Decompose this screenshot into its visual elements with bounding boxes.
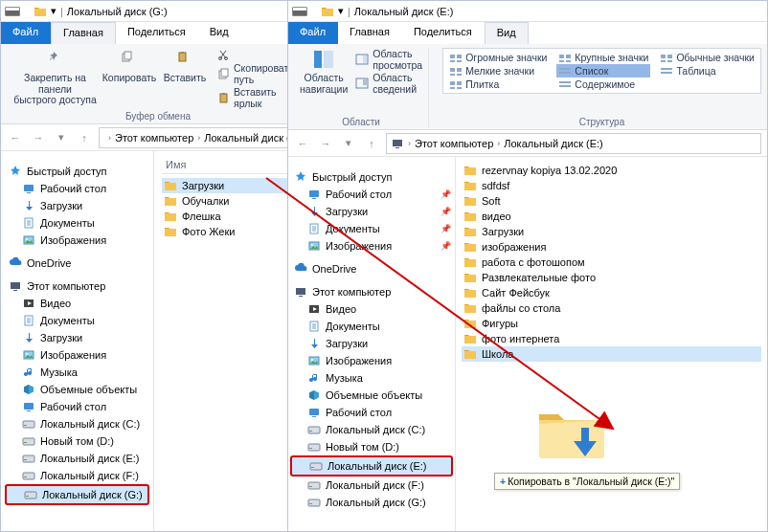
file-item[interactable]: Загрузки [462,224,761,239]
breadcrumb-item[interactable]: Этот компьютер [115,132,193,144]
file-item[interactable]: Фото Жеки [162,224,307,239]
drag-drop-target[interactable] [523,401,605,451]
tree-drive-e[interactable]: Локальный диск (E:) [290,455,453,477]
tree-desktop[interactable]: Рабочий стол📌 [290,186,453,203]
tree-drive-d[interactable]: Новый том (D:) [5,432,149,450]
file-name-label: Обучалки [182,195,229,207]
file-item[interactable]: видео [462,209,761,224]
view-small-icons[interactable]: Мелкие значки [447,64,549,78]
titlebar[interactable]: ▾ | Локальный диск (G:) [1,1,315,22]
copy-button[interactable]: Копировать [105,48,153,84]
tree-desktop[interactable]: Рабочий стол [5,180,149,197]
tree-onedrive[interactable]: OneDrive [5,255,149,272]
tree-drive-f[interactable]: Локальный диск (F:) [5,467,149,484]
tab-view[interactable]: Вид [198,22,241,44]
tree-pictures2[interactable]: Изображения [290,352,453,369]
file-item[interactable]: Загрузки [162,178,307,193]
tree-documents2[interactable]: Документы [290,318,453,335]
qat-separator: ▾ [338,5,344,17]
nav-history-button[interactable]: ▾ [340,135,357,152]
tab-view[interactable]: Вид [485,22,529,44]
tree-video[interactable]: Видео [290,300,453,318]
tree-downloads2[interactable]: Загрузки [5,329,149,346]
tree-drive-c[interactable]: Локальный диск (C:) [290,421,453,438]
tree-pictures2[interactable]: Изображения [5,346,149,364]
file-item[interactable]: Школа [462,346,761,362]
tab-home[interactable]: Главная [338,22,402,44]
file-item[interactable]: Фигуры [462,316,761,331]
tree-drive-d[interactable]: Новый том (D:) [290,438,453,455]
file-item[interactable]: фото интернета [462,331,761,346]
tree-drive-f[interactable]: Локальный диск (F:) [290,477,453,494]
tree-documents2[interactable]: Документы [5,312,149,329]
file-name-label: Сайт Фейсбук [482,287,550,299]
details-pane-button[interactable]: Область сведений [355,72,422,95]
tab-share[interactable]: Поделиться [402,22,485,44]
tree-desktop2[interactable]: Рабочий стол [5,398,149,415]
tree-music[interactable]: Музыка [5,364,149,381]
tree-3d-objects[interactable]: Объемные объекты [290,387,453,404]
tree-quick-access[interactable]: Быстрый доступ [5,163,149,180]
column-name-header[interactable]: Имя [162,157,307,174]
file-item[interactable]: изображения [462,239,761,255]
breadcrumb-item[interactable]: Этот компьютер [415,138,493,149]
tree-this-pc[interactable]: Этот компьютер [5,277,149,295]
breadcrumb-item[interactable]: Локальный диск (E:) [504,138,603,149]
file-item[interactable]: Сайт Фейсбук [462,285,761,300]
tree-documents[interactable]: Документы📌 [290,220,453,237]
view-huge-icons[interactable]: Огромные значки [447,51,549,64]
nav-forward-button[interactable]: → [30,129,47,146]
paste-button[interactable]: Вставить [161,48,209,84]
file-item[interactable]: Флешка [162,209,307,224]
file-item[interactable]: Развлекательные фото [462,270,761,285]
tree-drive-c[interactable]: Локальный диск (C:) [5,415,149,432]
nav-forward-button[interactable]: → [317,135,334,152]
tree-pictures[interactable]: Изображения [5,232,149,249]
nav-back-button[interactable]: ← [7,129,24,146]
tree-drive-e[interactable]: Локальный диск (E:) [5,450,149,467]
tab-home[interactable]: Главная [51,22,116,44]
nav-pane-button[interactable]: Область навигации [300,48,348,95]
breadcrumb[interactable]: › Этот компьютер › Локальный диск (G:) [99,127,309,148]
tree-quick-access[interactable]: Быстрый доступ [290,168,453,186]
nav-up-button[interactable]: ↑ [363,135,380,152]
view-large-icons[interactable]: Крупные значки [556,51,650,64]
pin-to-quick-access-button[interactable]: Закрепить на панели быстрого доступа [12,48,98,106]
view-regular-icons[interactable]: Обычные значки [658,51,756,64]
tree-3d-objects[interactable]: Объемные объекты [5,381,149,398]
breadcrumb[interactable]: › Этот компьютер › Локальный диск (E:) [386,133,761,154]
ribbon-group-label: Области [342,115,380,127]
view-table[interactable]: Таблица [658,64,756,78]
tree-downloads2[interactable]: Загрузки [290,335,453,352]
tab-share[interactable]: Поделиться [116,22,198,44]
nav-history-button[interactable]: ▾ [53,129,70,146]
view-list[interactable]: Список [556,64,650,78]
nav-row: ← → ▾ ↑ › Этот компьютер › Локальный дис… [288,130,767,157]
tree-desktop2[interactable]: Рабочий стол [290,404,453,421]
tab-file[interactable]: Файл [1,22,51,44]
tree-music[interactable]: Музыка [290,369,453,387]
file-item[interactable]: файлы со стола [462,300,761,316]
tree-video[interactable]: Видео [5,295,149,312]
tab-file[interactable]: Файл [288,22,338,44]
nav-up-button[interactable]: ↑ [76,129,93,146]
nav-back-button[interactable]: ← [294,135,311,152]
file-item[interactable]: sdfdsf [462,178,761,193]
tree-downloads[interactable]: Загрузки [5,197,149,214]
file-item[interactable]: rezervnay kopiya 13.02.2020 [462,163,761,178]
tree-drive-g[interactable]: Локальный диск (G:) [5,484,149,505]
file-item[interactable]: Soft [462,193,761,209]
tree-pictures[interactable]: Изображения📌 [290,237,453,255]
tree-documents[interactable]: Документы [5,214,149,232]
tree-this-pc[interactable]: Этот компьютер [290,283,453,300]
tree-drive-g[interactable]: Локальный диск (G:) [290,494,453,511]
explorer-window-e: ▾ | Локальный диск (E:) Файл Главная Под… [287,0,768,532]
file-item[interactable]: работа с фотошопом [462,255,761,270]
view-tiles[interactable]: Плитка [447,78,549,91]
preview-pane-button[interactable]: Область просмотра [355,48,422,71]
tree-downloads[interactable]: Загрузки📌 [290,203,453,220]
view-content[interactable]: Содержимое [556,78,650,91]
file-item[interactable]: Обучалки [162,193,307,209]
tree-onedrive[interactable]: OneDrive [290,260,453,277]
titlebar[interactable]: ▾ | Локальный диск (E:) [288,1,767,22]
